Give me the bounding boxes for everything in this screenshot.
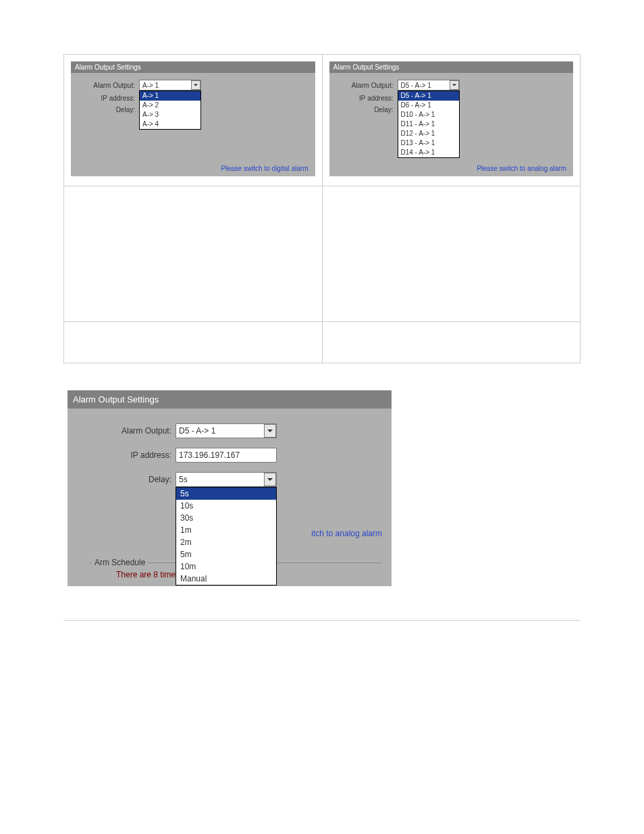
chevron-down-icon[interactable] [264, 473, 276, 486]
switch-to-analog-link[interactable]: Please switch to analog alarm [477, 165, 566, 172]
panel-title: Alarm Output Settings [329, 61, 574, 73]
delay-option[interactable]: 10m [176, 561, 276, 573]
delay-option[interactable]: 10s [176, 500, 276, 512]
delay-option[interactable]: 5m [176, 548, 276, 561]
alarm-output-settings-panel-analog: Alarm Output Settings Alarm Output: A-> … [71, 61, 315, 176]
delay-option[interactable]: 30s [176, 512, 276, 524]
alarm-output-option[interactable]: D5 - A-> 1 [398, 91, 459, 101]
ip-address-input[interactable]: 173.196.197.167 [176, 448, 277, 463]
alarm-output-option[interactable]: D10 - A-> 1 [398, 110, 459, 120]
alarm-output-option[interactable]: D14 - A-> 1 [398, 148, 459, 157]
alarm-output-option[interactable]: D11 - A-> 1 [398, 120, 459, 129]
alarm-output-select[interactable]: D5 - A-> 1 [398, 80, 460, 90]
delay-select[interactable]: 5s [176, 472, 277, 487]
arm-schedule-label: Arm Schedule [92, 558, 148, 567]
ip-address-label: IP address: [78, 95, 139, 102]
switch-to-digital-link[interactable]: Please switch to digital alarm [221, 165, 308, 172]
alarm-output-dropdown[interactable]: A-> 1 A-> 2 A-> 3 A-> 4 [139, 90, 201, 130]
alarm-output-select[interactable]: D5 - A-> 1 [176, 423, 277, 438]
alarm-output-option[interactable]: D6 - A-> 1 [398, 101, 459, 110]
panel-title: Alarm Output Settings [71, 61, 315, 73]
alarm-output-option[interactable]: A-> 1 [140, 91, 200, 101]
panel-title: Alarm Output Settings [68, 390, 392, 409]
alarm-output-settings-panel-large: Alarm Output Settings Alarm Output: D5 -… [68, 390, 392, 586]
comparison-table: Alarm Output Settings Alarm Output: A-> … [63, 54, 581, 363]
alarm-output-value: D5 - A-> 1 [179, 426, 215, 436]
delay-label: Delay: [78, 106, 139, 113]
alarm-output-select[interactable]: A-> 1 [139, 80, 201, 90]
ip-address-label: IP address: [336, 95, 398, 102]
delay-option[interactable]: 5s [176, 488, 276, 500]
delay-dropdown[interactable]: 5s 10s 30s 1m 2m 5m 10m Manual [176, 487, 277, 585]
alarm-output-value: D5 - A-> 1 [401, 82, 431, 89]
alarm-output-dropdown[interactable]: D5 - A-> 1 D6 - A-> 1 D10 - A-> 1 D11 - … [398, 90, 460, 158]
switch-to-analog-link-partial[interactable]: itch to analog alarm [311, 529, 382, 538]
alarm-output-value: A-> 1 [142, 82, 159, 89]
delay-option[interactable]: 1m [176, 524, 276, 536]
chevron-down-icon[interactable] [264, 424, 276, 438]
alarm-output-settings-panel-digital: Alarm Output Settings Alarm Output: D5 -… [329, 61, 574, 176]
alarm-output-option[interactable]: A-> 2 [140, 101, 200, 110]
delay-label: Delay: [77, 475, 176, 484]
delay-option[interactable]: Manual [176, 573, 276, 585]
alarm-output-label: Alarm Output: [78, 82, 139, 89]
delay-value: 5s [179, 475, 188, 484]
alarm-output-option[interactable]: D12 - A-> 1 [398, 129, 459, 138]
divider [63, 620, 581, 621]
delay-option[interactable]: 2m [176, 536, 276, 548]
alarm-output-option[interactable]: D13 - A-> 1 [398, 138, 459, 148]
alarm-output-label: Alarm Output: [336, 82, 398, 89]
delay-label: Delay: [336, 106, 398, 113]
alarm-output-option[interactable]: A-> 4 [140, 120, 200, 129]
alarm-output-option[interactable]: A-> 3 [140, 110, 200, 120]
chevron-down-icon[interactable] [191, 80, 200, 90]
ip-address-label: IP address: [77, 450, 176, 460]
alarm-output-label: Alarm Output: [77, 426, 176, 436]
chevron-down-icon[interactable] [450, 80, 459, 90]
